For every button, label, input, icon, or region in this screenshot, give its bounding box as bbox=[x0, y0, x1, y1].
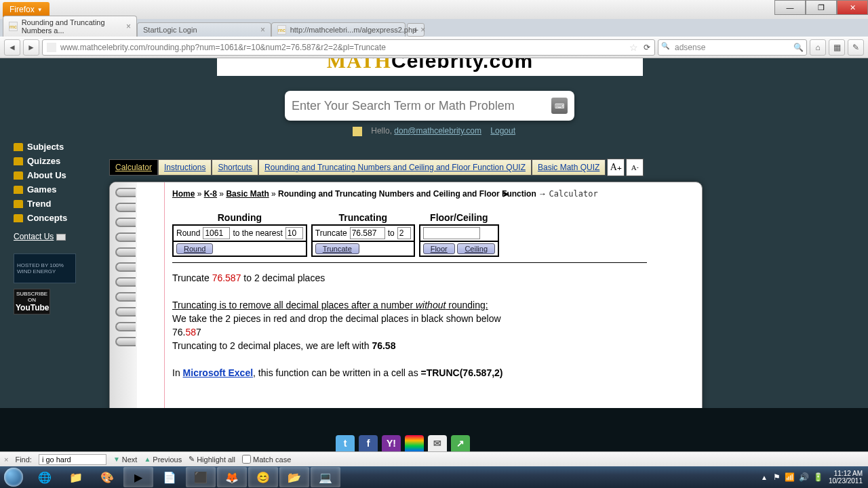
trunc-value-input[interactable] bbox=[350, 227, 385, 239]
forward-button[interactable]: ► bbox=[23, 39, 39, 56]
excel-formula: =TRUNC(76.587,2) bbox=[421, 367, 503, 378]
feed-button[interactable]: ▦ bbox=[829, 39, 845, 56]
font-increase-button[interactable]: A+ bbox=[607, 159, 625, 176]
sidebar-item-subjects[interactable]: Subjects bbox=[14, 140, 102, 154]
tab-instructions[interactable]: Instructions bbox=[158, 159, 212, 176]
yahoo-icon[interactable]: Y! bbox=[382, 435, 401, 451]
sidebar-item-trend[interactable]: Trend bbox=[14, 197, 102, 211]
taskbar-notepad-icon[interactable]: 📄 bbox=[155, 467, 184, 487]
crumb-home[interactable]: Home bbox=[172, 189, 195, 199]
floor-button[interactable]: Floor bbox=[423, 243, 455, 254]
find-label: Find: bbox=[15, 455, 31, 464]
bookmark-star-icon[interactable]: ☆ bbox=[629, 42, 638, 53]
taskbar-app2-icon[interactable]: 💻 bbox=[311, 467, 340, 487]
share-icon[interactable]: ↗ bbox=[451, 435, 470, 451]
tray-flag-icon[interactable]: ⚑ bbox=[773, 472, 781, 482]
tab-rounding-quiz[interactable]: Rounding and Truncating Numbers and Ceil… bbox=[258, 159, 532, 176]
window-minimize-button[interactable]: — bbox=[774, 0, 806, 15]
tray-volume-icon[interactable]: 🔊 bbox=[799, 472, 809, 482]
google-icon[interactable] bbox=[405, 435, 424, 451]
find-close-icon[interactable]: × bbox=[4, 455, 8, 464]
url-bar[interactable]: www.mathcelebrity.com/rounding.php?num=1… bbox=[42, 39, 655, 56]
user-email-link[interactable]: don@mathcelebrity.com bbox=[394, 126, 481, 136]
t: Truncating to 2 decimal places, we are l… bbox=[172, 340, 372, 351]
site-search-input[interactable] bbox=[292, 99, 551, 113]
sidebar-item-about[interactable]: About Us bbox=[14, 168, 102, 182]
t: In bbox=[172, 367, 183, 378]
contact-us-link[interactable]: Contact Us bbox=[14, 232, 66, 241]
home-button[interactable]: ⌂ bbox=[810, 39, 826, 56]
tab-startlogic[interactable]: StartLogic Login × bbox=[137, 22, 271, 37]
sidebar-item-games[interactable]: Games bbox=[14, 182, 102, 197]
window-close-button[interactable]: ✕ bbox=[837, 0, 868, 15]
firefox-menu-button[interactable]: Firefox ▼ bbox=[3, 2, 50, 17]
tab-title: StartLogic Login bbox=[143, 26, 197, 34]
tray-network-icon[interactable]: 📶 bbox=[785, 472, 795, 482]
taskbar-firefox-icon[interactable]: 🦊 bbox=[217, 467, 247, 487]
taskbar-ie-icon[interactable]: 🌐 bbox=[30, 467, 60, 487]
highlight-all-button[interactable]: ✎ Highlight all bbox=[189, 455, 235, 464]
youtube-subscribe-badge[interactable]: SUBSCRIBE ON YouTube bbox=[14, 289, 50, 314]
content-tabs: Calculator Instructions Shortcuts Roundi… bbox=[109, 159, 644, 176]
calculator-icon[interactable]: ⌨ bbox=[551, 98, 568, 114]
tab-algexpress[interactable]: mc http://mathcelebri...m/algexpress2.ph… bbox=[271, 22, 406, 37]
clock-time: 11:12 AM bbox=[829, 470, 863, 477]
t: Truncating is to remove all decimal plac… bbox=[172, 300, 416, 310]
sidebar-item-quizzes[interactable]: Quizzes bbox=[14, 154, 102, 168]
excel-link[interactable]: Microsoft Excel bbox=[183, 367, 253, 378]
tab-close-icon[interactable]: × bbox=[260, 25, 265, 35]
fc-value-input[interactable] bbox=[423, 227, 480, 239]
logout-link[interactable]: Logout bbox=[490, 126, 515, 136]
l: Previous bbox=[153, 455, 182, 464]
browser-search-bar[interactable]: 🔍 adsense 🔍 bbox=[658, 39, 807, 56]
font-decrease-button[interactable]: A- bbox=[626, 159, 644, 176]
crumb-basic[interactable]: Basic Math bbox=[226, 189, 269, 199]
find-next-button[interactable]: ▼Next bbox=[113, 455, 138, 464]
social-icons: t f Y! ✉ ↗ bbox=[336, 435, 470, 451]
mail-icon[interactable]: ✉ bbox=[428, 435, 447, 451]
crumb-current: Calculator bbox=[549, 189, 597, 199]
truncate-button[interactable]: Truncate bbox=[315, 243, 359, 254]
taskbar-gimp-icon[interactable]: 🎨 bbox=[92, 467, 122, 487]
tab-shortcuts[interactable]: Shortcuts bbox=[212, 159, 258, 176]
sidebar-item-concepts[interactable]: Concepts bbox=[14, 211, 102, 225]
taskbar-explorer-icon[interactable]: 📁 bbox=[61, 467, 91, 487]
trunc-to-input[interactable] bbox=[397, 227, 411, 239]
tray-power-icon[interactable]: 🔋 bbox=[813, 472, 823, 482]
search-go-icon[interactable]: 🔍 bbox=[793, 43, 804, 52]
window-maximize-button[interactable]: ❐ bbox=[806, 0, 837, 15]
taskbar-media-icon[interactable]: ▶ bbox=[123, 467, 153, 487]
sidebar-label: Games bbox=[27, 184, 56, 195]
match-case-box[interactable] bbox=[242, 455, 251, 464]
tray-expand-icon[interactable]: ▲ bbox=[761, 474, 768, 481]
tab-title: Rounding and Truncating Numbers a... bbox=[22, 18, 122, 35]
tab-close-icon[interactable]: × bbox=[420, 25, 425, 35]
round-to-input[interactable] bbox=[285, 227, 303, 239]
round-button[interactable]: Round bbox=[176, 243, 213, 254]
site-search-box[interactable]: ⌨ bbox=[285, 91, 574, 121]
tab-basicmath-quiz[interactable]: Basic Math QUIZ bbox=[532, 159, 606, 176]
reload-icon[interactable]: ⟳ bbox=[644, 43, 650, 52]
site-logo[interactable]: MATHCelebrity.com bbox=[217, 58, 643, 76]
wind-energy-badge[interactable]: HOSTED BY 100% WIND ENERGY bbox=[14, 253, 76, 283]
addon-button[interactable]: ✎ bbox=[848, 39, 864, 56]
ceiling-button[interactable]: Ceiling bbox=[457, 243, 495, 254]
document-icon bbox=[353, 127, 362, 136]
back-button[interactable]: ◄ bbox=[4, 39, 20, 56]
find-input[interactable] bbox=[39, 454, 106, 465]
crumb-k8[interactable]: K-8 bbox=[204, 189, 217, 199]
taskbar-app1-icon[interactable]: ⬛ bbox=[186, 467, 216, 487]
sidebar-label: Quizzes bbox=[27, 156, 60, 166]
match-case-checkbox[interactable]: Match case bbox=[242, 455, 291, 464]
round-value-input[interactable] bbox=[203, 227, 230, 239]
tab-calculator[interactable]: Calculator bbox=[109, 159, 158, 176]
taskbar-clock[interactable]: 11:12 AM 10/23/2011 bbox=[829, 470, 863, 485]
find-prev-button[interactable]: ▲Previous bbox=[144, 455, 182, 464]
taskbar-folder-icon[interactable]: 📂 bbox=[279, 467, 309, 487]
tab-close-icon[interactable]: × bbox=[126, 22, 131, 31]
facebook-icon[interactable]: f bbox=[359, 435, 378, 451]
start-button[interactable] bbox=[0, 466, 27, 488]
taskbar-yahoo-icon[interactable]: 😊 bbox=[248, 467, 278, 487]
twitter-icon[interactable]: t bbox=[336, 435, 355, 451]
tab-active[interactable]: mc Rounding and Truncating Numbers a... … bbox=[3, 16, 137, 37]
